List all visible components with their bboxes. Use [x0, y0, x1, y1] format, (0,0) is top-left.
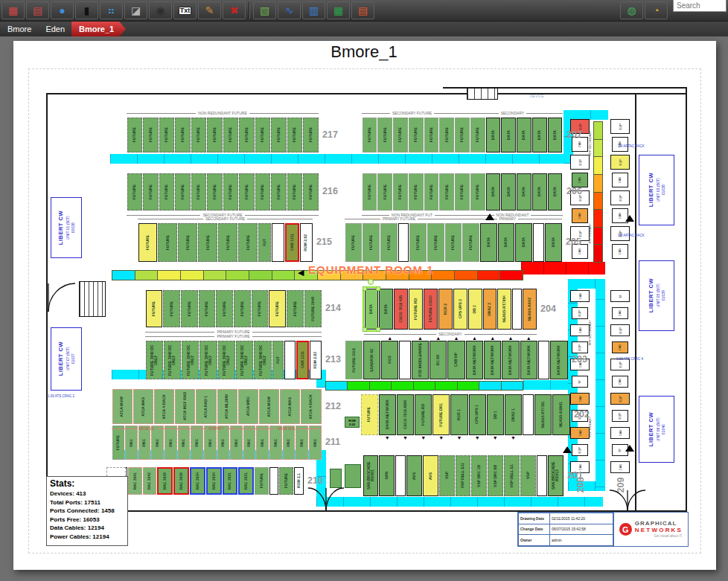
crac-unit[interactable]: LIBERT CWUNIT 05 (50T)01039 — [639, 260, 674, 331]
rack[interactable]: DRA2 2 — [483, 289, 497, 330]
server-button[interactable]: ▮ — [75, 1, 98, 19]
rack[interactable]: DATA NETWORK▲ — [502, 341, 519, 379]
rack[interactable]: FUTURE — [255, 467, 269, 495]
rack[interactable]: FUTURE — [409, 223, 427, 262]
pie-chart-button[interactable]: ◔ — [645, 1, 668, 19]
rack[interactable]: DATA — [517, 173, 531, 211]
rack[interactable]: FUTURE — [439, 173, 454, 211]
rack[interactable]: CSCO 7616 425 — [394, 289, 408, 330]
rack[interactable]: RAC 3042 — [143, 467, 157, 495]
rack[interactable]: DATA — [379, 289, 393, 330]
rack[interactable]: FUTURE — [223, 118, 239, 153]
rack[interactable]: NEXUS RT7654 — [497, 289, 511, 330]
rack[interactable]: FUTURE — [207, 173, 223, 211]
rack[interactable]: SAN BROCADE RSV13 — [548, 455, 563, 496]
rack[interactable]: DB 1▼ — [487, 394, 504, 435]
rack[interactable]: FUTURE — [158, 223, 177, 262]
rack[interactable]: RCR 2 — [438, 289, 453, 330]
rack[interactable]: FUTURE — [269, 290, 286, 327]
rack[interactable]: RAC 3038 — [157, 467, 173, 495]
small-rack[interactable]: EQP — [572, 307, 587, 319]
rack[interactable]: ATCA MGF RAD — [175, 389, 195, 424]
eraser-button[interactable]: ◪ — [124, 1, 147, 19]
small-rack[interactable]: EQP — [572, 341, 587, 353]
rack[interactable]: FUTURE — [363, 118, 377, 153]
powerpoint-export-button[interactable]: ▤ — [351, 1, 374, 19]
rack[interactable]: FUTURE — [175, 173, 191, 211]
rack[interactable]: DB 2 — [468, 289, 482, 330]
rack[interactable]: ATCA MAS — [280, 389, 300, 424]
rack[interactable]: DATA NETWORK▲ — [484, 341, 501, 379]
rack[interactable]: FUTURE — [427, 223, 444, 262]
rack[interactable]: FUTURE — [178, 223, 197, 262]
line-chart-button[interactable]: ∿ — [278, 1, 301, 19]
crac-unit[interactable]: LIBERT CWUNIT 03 (50T)01038 — [639, 155, 674, 225]
rack[interactable]: FUTURE DR1▼ — [432, 394, 450, 435]
rack[interactable]: RAC 3031 — [223, 467, 238, 495]
small-rack[interactable]: EQP — [612, 410, 628, 422]
rack[interactable]: NEXUS RT7301 — [534, 394, 552, 435]
selection-handle[interactable] — [376, 286, 380, 291]
rack[interactable]: DATA NETWORK▼ — [379, 394, 396, 435]
rack[interactable]: FUTURE — [303, 173, 319, 211]
rack[interactable]: FUTURE RD▼ — [415, 394, 432, 435]
rack[interactable]: DRA2 1▼ — [505, 394, 522, 435]
rack[interactable]: FUTURE — [393, 118, 408, 153]
rack[interactable]: DATA — [486, 118, 501, 153]
rack[interactable]: DATA — [517, 118, 531, 153]
small-rack[interactable]: EQP — [610, 393, 630, 405]
small-rack[interactable]: CAB — [570, 324, 590, 336]
rack[interactable]: ATCA MGW — [112, 389, 132, 424]
rack-gap[interactable] — [533, 223, 544, 262]
rack-gap[interactable] — [512, 289, 521, 330]
rack[interactable]: ATCA ML2080 — [217, 389, 237, 424]
rack-gap[interactable] — [272, 223, 284, 262]
rack[interactable]: ATCA 4 RACK — [154, 389, 174, 424]
rack[interactable]: FUTURE — [470, 173, 485, 211]
rack[interactable]: FUTURE — [287, 290, 304, 327]
rack[interactable]: CAB 1311 — [296, 341, 309, 379]
image-button[interactable]: ▧ — [253, 1, 276, 19]
report-chart-button[interactable]: ▥ — [302, 1, 325, 19]
rack[interactable]: FUT — [258, 223, 271, 262]
rack[interactable]: ATCA 4 RACK — [301, 389, 321, 424]
breadcrumb-tab-eden[interactable]: Eden — [38, 22, 77, 36]
rack[interactable]: FUTURE 3040 DC ONLY — [199, 341, 217, 379]
rack[interactable]: FUTURE — [455, 118, 470, 153]
small-rack[interactable]: CAB — [572, 208, 587, 223]
small-rack[interactable]: CAB — [612, 307, 628, 319]
heatmap-cable[interactable] — [325, 381, 523, 391]
rack-gap[interactable] — [537, 455, 547, 496]
crac-unit[interactable]: LIBERT CWUNIT 07 (50T)01037 — [51, 327, 82, 391]
cable-tray[interactable] — [316, 497, 603, 507]
rack[interactable]: FUTURE — [216, 290, 233, 327]
rack-gap[interactable] — [395, 455, 406, 496]
rack[interactable]: DATA — [486, 173, 501, 211]
rack[interactable]: FUTURE — [239, 173, 255, 211]
misc-box[interactable] — [345, 464, 361, 488]
rack[interactable]: ATCA RAD 1 — [196, 389, 216, 424]
rack[interactable]: CSCO 7616 ADR▼ — [397, 394, 414, 435]
rack-gap[interactable] — [269, 467, 278, 495]
rack[interactable]: FUTURE — [377, 173, 392, 211]
rack[interactable]: GGS▲ — [381, 341, 398, 379]
rack[interactable]: FUTURE 3040 DC ONLY — [164, 341, 181, 379]
rack[interactable]: FUTURE 3048 — [304, 290, 322, 327]
rack[interactable]: CPS UPS 1▼ — [469, 394, 486, 435]
rack[interactable]: SAN BROCADE RSV01 — [363, 455, 379, 496]
crac-unit[interactable]: LIBERT CWUNIT 01 (50T)00038 — [51, 197, 82, 258]
rack[interactable]: FUTURE — [181, 290, 198, 327]
rack[interactable]: RAC 3031 — [238, 467, 254, 495]
palette-pen-button[interactable]: ✎ — [198, 1, 221, 19]
small-rack[interactable]: EQP — [610, 119, 630, 134]
rack[interactable]: NEXUS ASV2 — [523, 289, 537, 330]
small-rack[interactable]: CAB — [612, 244, 628, 259]
rack[interactable]: FUTURE 3040 DC ONLY — [236, 341, 253, 379]
rack[interactable]: NEXUS ASN01 — [552, 394, 569, 435]
rack[interactable]: CAB HP▲ — [447, 341, 464, 379]
rack[interactable]: FUTURE — [191, 173, 207, 211]
rack[interactable]: FUTURE — [409, 118, 424, 153]
rack[interactable]: FUTURE — [238, 223, 258, 262]
stats-box[interactable]: Stats: Devices: 413 Total Ports: 17511 P… — [46, 476, 128, 546]
rack[interactable]: ATCA MGW — [259, 389, 279, 424]
